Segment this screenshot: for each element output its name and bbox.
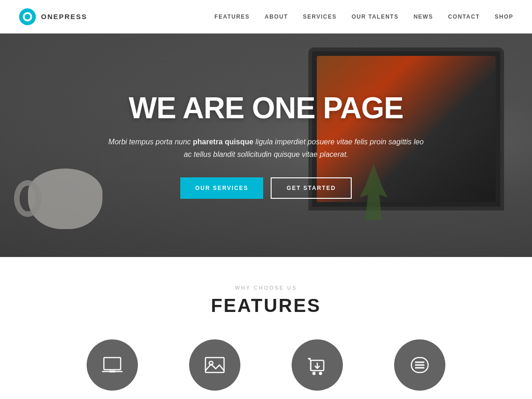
laptop-icon (101, 354, 123, 376)
feature-parallax-icon-circle (189, 339, 240, 391)
feature-content-blocks: Content Blocks (382, 339, 457, 399)
our-services-button[interactable]: OUR SERVICES (180, 177, 263, 199)
nav-talents[interactable]: OUR TALENTS (352, 14, 399, 20)
logo-icon (19, 8, 36, 26)
svg-rect-6 (205, 358, 224, 372)
site-header: ONEPRESS FEATURES ABOUT SERVICES OUR TAL… (0, 0, 532, 34)
get-started-button[interactable]: GET STARTED (271, 177, 352, 199)
svg-point-11 (320, 372, 322, 375)
logo-text: ONEPRESS (41, 13, 87, 20)
hero-buttons: OUR SERVICES GET STARTED (108, 177, 424, 199)
hero-section: WE ARE ONE PAGE Morbi tempus porta nunc … (0, 34, 532, 257)
features-grid: Responsive Design Parallax Effect (19, 339, 513, 399)
feature-content-blocks-icon-circle (394, 339, 445, 391)
hero-title: WE ARE ONE PAGE (108, 92, 424, 124)
nav-services[interactable]: SERVICES (303, 14, 336, 20)
feature-parallax: Parallax Effect (177, 339, 252, 399)
nav-about[interactable]: ABOUT (265, 14, 288, 20)
features-title: FEATURES (19, 295, 513, 316)
nav-contact[interactable]: CONTACT (448, 14, 480, 20)
nav-features[interactable]: FEATURES (214, 14, 250, 20)
svg-rect-3 (104, 358, 121, 370)
cart-icon (306, 354, 328, 376)
features-section: WHY CHOOSE US FEATURES Responsive Design (0, 257, 532, 399)
menu-icon (409, 354, 431, 376)
hero-subtitle: Morbi tempus porta nunc pharetra quisque… (108, 135, 424, 161)
feature-woocommerce-icon-circle (292, 339, 343, 391)
main-nav: FEATURES ABOUT SERVICES OUR TALENTS NEWS… (214, 14, 513, 20)
nav-shop[interactable]: SHOP (495, 14, 513, 20)
hero-subtitle-plain: Morbi tempus porta nunc (109, 138, 193, 146)
feature-responsive-icon-circle (87, 339, 138, 391)
feature-responsive: Responsive Design (75, 339, 150, 399)
svg-point-2 (25, 14, 30, 20)
svg-point-10 (313, 372, 315, 375)
feature-woocommerce: WooCommerce (280, 339, 355, 399)
hero-cup-decoration (28, 169, 102, 229)
features-label: WHY CHOOSE US (19, 285, 513, 291)
nav-news[interactable]: NEWS (414, 14, 433, 20)
hero-subtitle-bold: pharetra quisque (193, 138, 253, 146)
hero-content: WE ARE ONE PAGE Morbi tempus porta nunc … (98, 92, 434, 199)
logo-link[interactable]: ONEPRESS (19, 8, 87, 26)
image-icon (204, 354, 226, 376)
